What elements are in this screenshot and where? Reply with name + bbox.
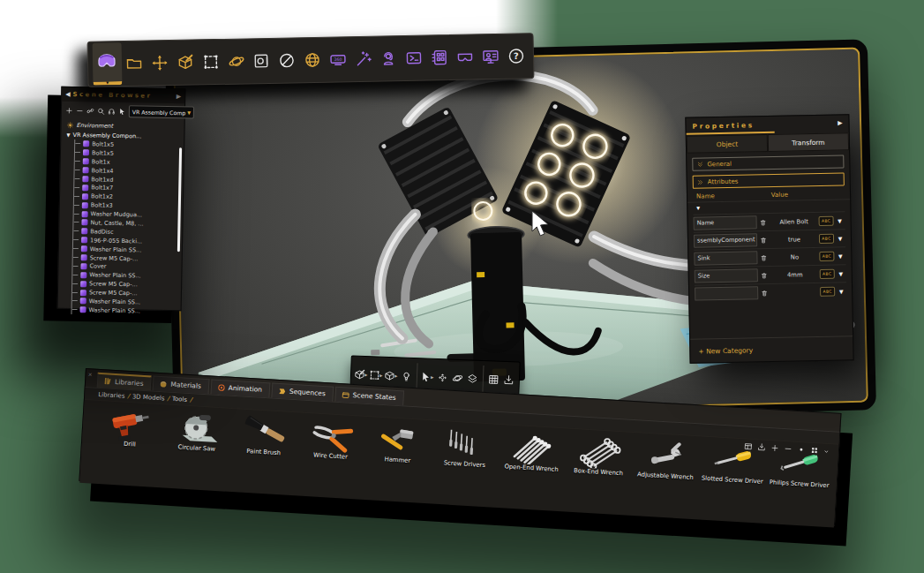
section-general[interactable]: General xyxy=(692,155,844,170)
viewport-tool-bulb[interactable] xyxy=(399,364,415,389)
breadcrumb-item[interactable]: Libraries xyxy=(98,391,125,400)
type-badge[interactable]: ABC xyxy=(820,287,835,297)
new-category-button[interactable]: + New Category xyxy=(698,346,753,355)
chevron-down-icon[interactable]: ▼ xyxy=(836,270,846,276)
type-badge[interactable]: ABC xyxy=(819,252,834,261)
tab-transform[interactable]: Transform xyxy=(768,132,849,152)
attribute-name-field[interactable]: Size xyxy=(695,268,758,283)
library-remove-icon[interactable] xyxy=(784,444,793,454)
toolbar-button-globe[interactable] xyxy=(299,41,326,79)
chevron-down-icon[interactable]: ▼ xyxy=(835,235,845,241)
type-badge[interactable]: ABC xyxy=(819,234,834,244)
viewport-tool-box-edit[interactable]: ▶ xyxy=(354,362,370,388)
toolbar-button-move[interactable] xyxy=(146,44,173,82)
viewport-tool-grid[interactable] xyxy=(485,366,501,392)
toolbar-button-macro-grid[interactable] xyxy=(426,39,453,77)
library-tool-paint-brush[interactable]: Paint Brush xyxy=(229,413,299,458)
toolbar-button-box-edit[interactable] xyxy=(172,43,199,81)
chevron-down-icon[interactable]: ▼ xyxy=(835,253,845,259)
divider xyxy=(690,336,853,340)
attribute-value-field[interactable]: Allen Bolt xyxy=(770,217,819,225)
delete-attribute-button[interactable] xyxy=(758,289,770,296)
toolbar-button-narrator[interactable] xyxy=(376,40,402,78)
attribute-name-field[interactable]: Sink xyxy=(694,251,757,265)
scene-browser-cursor-icon[interactable] xyxy=(118,107,126,115)
section-label: General xyxy=(707,160,732,168)
library-tab-libraries[interactable]: Libraries xyxy=(97,373,152,391)
panel-collapse-left-icon[interactable]: ◀ xyxy=(65,91,71,97)
close-icon[interactable]: ✕ xyxy=(87,371,92,377)
attribute-name-field[interactable]: ssemblyComponent xyxy=(694,233,757,247)
type-badge[interactable]: ABC xyxy=(819,216,834,226)
toolbar-button-vr-headset[interactable] xyxy=(93,42,123,86)
scene-browser-headphones-icon[interactable] xyxy=(108,107,116,115)
sun-icon xyxy=(67,121,74,128)
panel-expand-right-icon[interactable]: ▶ xyxy=(838,120,843,126)
type-badge[interactable]: ABC xyxy=(820,269,835,279)
toolbar-button-disable[interactable] xyxy=(274,41,300,79)
chevron-down-icon[interactable]: ▼ xyxy=(835,217,845,223)
divider xyxy=(416,363,417,389)
tool-label: Drill xyxy=(124,441,136,449)
panel-expand-right-icon[interactable]: ▶ xyxy=(177,94,182,100)
attribute-name-field[interactable]: Name xyxy=(694,215,757,230)
viewport-tool-cube[interactable]: ▶ xyxy=(384,363,400,388)
delete-attribute-button[interactable] xyxy=(757,237,770,244)
tree-label: 196-P-055 Backi... xyxy=(90,237,142,245)
library-tool-wire-cutter[interactable]: Wire Cutter xyxy=(297,417,366,462)
library-thumb-grid-icon[interactable] xyxy=(810,446,820,456)
toolbar-button-help[interactable]: ? xyxy=(503,37,530,75)
component-cube-icon xyxy=(82,211,88,217)
toolbar-button-console[interactable] xyxy=(401,39,427,77)
viewport-tool-gizmo-move[interactable] xyxy=(434,365,450,390)
tree-label: Bolt1x2 xyxy=(91,193,113,200)
library-tool-box-end-wrench[interactable]: Box-End Wrench xyxy=(565,433,635,478)
library-tool-open-end-wrench[interactable]: Open-End Wrench xyxy=(498,429,567,474)
library-panel-icon[interactable] xyxy=(744,441,754,451)
toolbar-button-safe[interactable] xyxy=(249,42,275,80)
toolbar-button-folder[interactable] xyxy=(121,45,147,83)
library-add-icon[interactable] xyxy=(770,443,780,453)
attribute-value-field[interactable]: 4mm xyxy=(770,270,820,278)
viewport-tool-orbit[interactable] xyxy=(449,366,465,391)
tree-item[interactable]: Washer Plain SS... xyxy=(71,305,178,316)
tab-label: Animation xyxy=(229,384,263,394)
breadcrumb-item[interactable]: Tools xyxy=(172,396,188,403)
viewport-tool-cursor[interactable]: ▶ xyxy=(419,364,435,389)
delete-attribute-button[interactable] xyxy=(758,271,770,278)
toolbar-button-vr-goggles[interactable] xyxy=(452,38,478,76)
scene-browser-search-icon[interactable] xyxy=(97,107,105,115)
attribute-value-field[interactable]: No xyxy=(770,253,819,260)
library-tool-hammer[interactable]: Hammer xyxy=(364,421,433,466)
breadcrumb-item[interactable]: 3D Models xyxy=(132,393,165,402)
scene-filter-dropdown[interactable]: VR Assembly Comp▼ xyxy=(129,105,194,118)
library-tool-screw-drivers[interactable]: Screw Drivers xyxy=(431,425,500,470)
properties-title: Properties xyxy=(692,119,838,130)
toolbar-button-presenter[interactable] xyxy=(477,38,504,76)
delete-attribute-button[interactable] xyxy=(757,219,770,226)
library-tool-adjustable-wrench[interactable]: Adjustable Wrench xyxy=(632,437,702,482)
scene-browser-remove-icon[interactable] xyxy=(76,106,84,114)
library-tool-drill[interactable]: Drill xyxy=(96,405,166,450)
scene-browser-add-icon[interactable] xyxy=(65,106,73,114)
tab-object[interactable]: Object xyxy=(687,134,768,154)
attribute-value-field[interactable] xyxy=(770,291,820,292)
library-options-icon[interactable] xyxy=(797,445,807,455)
delete-attribute-button[interactable] xyxy=(757,253,770,260)
toolbar-button-marquee-select[interactable] xyxy=(198,43,224,81)
trash-icon xyxy=(761,272,768,279)
chevron-down-icon[interactable]: ▼ xyxy=(836,288,846,294)
attribute-name-field[interactable] xyxy=(695,286,758,300)
toolbar-button-magic-wand[interactable] xyxy=(350,41,377,79)
viewport-tool-import-down[interactable] xyxy=(500,367,516,393)
viewport-tool-marquee-select[interactable]: ▶ xyxy=(369,362,385,388)
library-caret-down-icon[interactable] xyxy=(823,448,830,454)
library-import-down-icon[interactable] xyxy=(757,442,767,452)
toolbar-button-view-360[interactable]: 360 xyxy=(325,41,351,79)
toolbar-button-orbit[interactable] xyxy=(223,42,250,80)
library-tool-circular-saw[interactable]: Circular Saw xyxy=(163,409,233,454)
tree-label: Cover xyxy=(89,263,106,270)
scene-browser-link-icon[interactable] xyxy=(86,107,94,115)
viewport-tool-layers[interactable] xyxy=(464,366,480,391)
attribute-value-field[interactable]: true xyxy=(770,235,819,243)
